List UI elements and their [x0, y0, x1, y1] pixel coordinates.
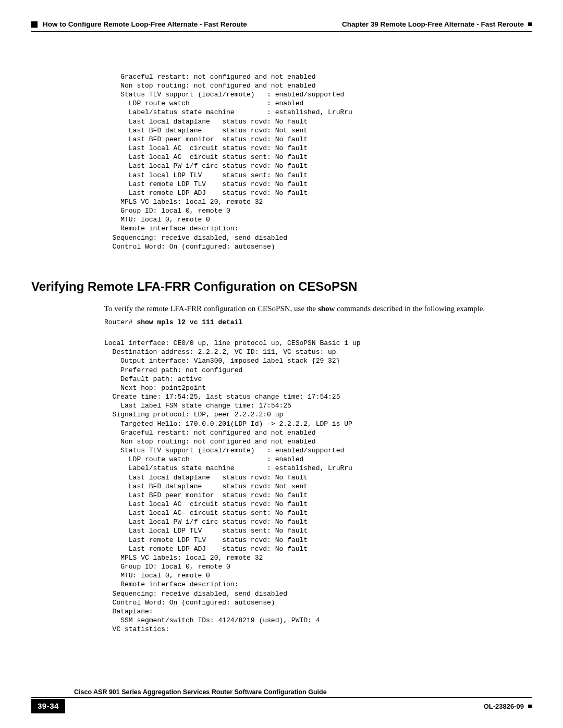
router-prompt: Router#	[104, 318, 137, 326]
section-body-bold: show	[318, 304, 335, 313]
section-heading: Verifying Remote LFA-FRR Configuration o…	[31, 278, 532, 295]
cli-output-block-1: Graceful restart: not configured and not…	[104, 72, 527, 251]
section-body-post: commands described in the following exam…	[335, 304, 485, 313]
square-bullet-icon	[31, 21, 38, 28]
router-command: Router# show mpls l2 vc 111 detail	[104, 318, 527, 327]
page-footer: Cisco ASR 901 Series Aggregation Service…	[31, 686, 532, 713]
router-command-bold: show mpls l2 vc 111 detail	[137, 318, 242, 326]
header-section-title: How to Configure Remote Loop-Free Altern…	[43, 20, 247, 29]
cli-output-block-2: Local interface: CE0/0 up, line protocol…	[104, 330, 527, 634]
footer-rule	[31, 697, 532, 698]
header-chapter-title: Chapter 39 Remote Loop-Free Alternate - …	[342, 20, 524, 29]
square-bullet-icon	[528, 22, 532, 26]
page-header: How to Configure Remote Loop-Free Altern…	[31, 20, 532, 29]
section-body-pre: To verify the remote LFA-FRR configurati…	[104, 304, 318, 313]
section-body: To verify the remote LFA-FRR configurati…	[104, 303, 527, 314]
header-rule	[31, 31, 532, 32]
page-number: 39-34	[31, 699, 65, 713]
doc-id: OL-23826-09	[484, 702, 524, 711]
footer-guide-title: Cisco ASR 901 Series Aggregation Service…	[31, 686, 532, 698]
square-bullet-icon	[528, 705, 532, 708]
